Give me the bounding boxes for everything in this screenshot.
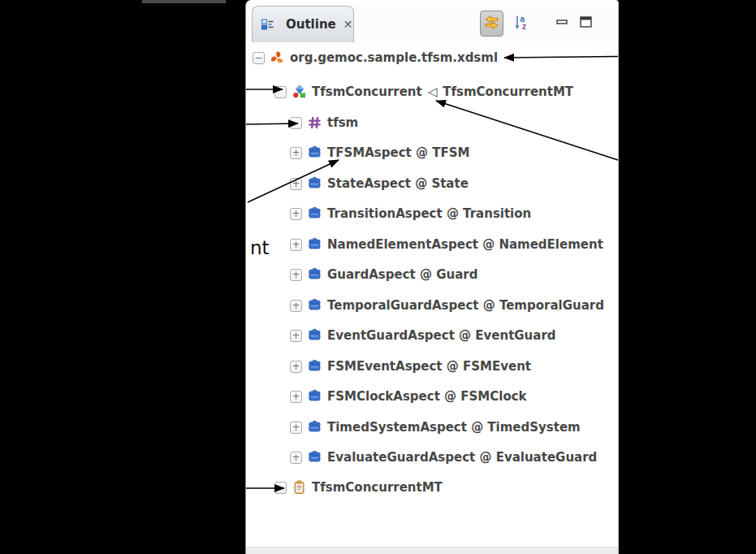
tree-item-label: StateAspect @ State — [327, 176, 469, 191]
aspect-icon — [307, 267, 322, 282]
top-edge-artifact — [142, 0, 226, 3]
aspect-icon — [307, 450, 322, 465]
expander-toggle[interactable]: + — [290, 361, 302, 373]
tree-item-label: NamedElementAspect @ NamedElement — [327, 237, 603, 252]
clipboard-icon — [292, 480, 307, 495]
expander-toggle[interactable]: + — [290, 330, 302, 342]
expander-toggle[interactable]: + — [290, 147, 302, 159]
tree-item-label: TimedSystemAspect @ TimedSystem — [327, 420, 581, 435]
tree-item[interactable]: +TFSMAspect @ TFSM — [290, 141, 469, 165]
expander-toggle[interactable]: + — [290, 269, 302, 281]
tree-item[interactable]: +NamedElementAspect @ NamedElement — [290, 232, 603, 257]
tree-item[interactable]: +EventGuardAspect @ EventGuard — [290, 323, 556, 348]
expander-toggle[interactable]: + — [290, 452, 302, 464]
expander-toggle[interactable] — [290, 117, 302, 129]
expander-toggle[interactable]: + — [290, 178, 302, 190]
tree-item[interactable]: TfsmConcurrentMT — [274, 475, 443, 500]
stage: Outline ✕ az −org.gemoc.sample.tfsm.xdsm… — [0, 0, 756, 554]
tree-item-label: TfsmConcurrent — [312, 84, 422, 99]
tree-item-label: TfsmConcurrentMT — [312, 480, 443, 495]
aspect-icon — [307, 176, 322, 191]
tree-item[interactable]: +FSMEventAspect @ FSMEvent — [290, 354, 531, 379]
expander-toggle[interactable]: + — [290, 208, 302, 220]
tree-item[interactable]: +TimedSystemAspect @ TimedSystem — [290, 415, 581, 439]
tree-item-label: FSMEventAspect @ FSMEvent — [327, 359, 531, 374]
inherit-triangle-symbol: ◁ — [428, 84, 438, 99]
tree-item-label: TFSMAspect @ TFSM — [327, 145, 469, 160]
language-icon — [292, 84, 307, 99]
stray-text: nt — [250, 237, 270, 258]
tree-item[interactable]: −org.gemoc.sample.tfsm.xdsml — [253, 45, 498, 70]
tree-item[interactable]: TfsmConcurrent◁TfsmConcurrentMT — [274, 80, 573, 104]
tree-item[interactable]: +TransitionAspect @ Transition — [290, 201, 531, 226]
tree-item[interactable]: tfsm — [290, 110, 358, 135]
tree-item-label: EventGuardAspect @ EventGuard — [327, 328, 556, 343]
tree-item-label: EvaluateGuardAspect @ EvaluateGuard — [327, 450, 597, 465]
expander-toggle[interactable]: − — [253, 52, 265, 64]
expander-toggle[interactable]: + — [290, 300, 302, 312]
supertype-label: TfsmConcurrentMT — [443, 84, 573, 99]
tree-item-label: TransitionAspect @ Transition — [327, 206, 531, 221]
tree-item-label: org.gemoc.sample.tfsm.xdsml — [290, 50, 498, 65]
expander-toggle[interactable] — [274, 482, 287, 494]
expander-toggle[interactable]: + — [290, 239, 302, 251]
outline-tree: −org.gemoc.sample.tfsm.xdsmlTfsmConcurre… — [246, 0, 618, 548]
expander-toggle[interactable]: + — [290, 422, 302, 434]
panel-bottom-edge — [246, 547, 618, 554]
aspect-icon — [307, 237, 322, 252]
tree-item[interactable]: +GuardAspect @ Guard — [290, 262, 477, 287]
aspect-icon — [307, 328, 322, 343]
tree-item-label: TemporalGuardAspect @ TemporalGuard — [327, 298, 604, 313]
expander-toggle[interactable]: + — [290, 391, 302, 403]
aspect-icon — [307, 206, 322, 221]
aspect-icon — [307, 359, 322, 374]
gemoc-logo-icon — [270, 50, 285, 65]
tree-item[interactable]: +StateAspect @ State — [290, 171, 469, 196]
tree-item[interactable]: +EvaluateGuardAspect @ EvaluateGuard — [290, 445, 597, 470]
tree-item[interactable]: +FSMClockAspect @ FSMClock — [290, 384, 527, 409]
tree-item-label: FSMClockAspect @ FSMClock — [327, 389, 527, 404]
outline-view-panel: Outline ✕ az −org.gemoc.sample.tfsm.xdsm… — [245, 0, 619, 554]
tree-item[interactable]: +TemporalGuardAspect @ TemporalGuard — [290, 293, 604, 318]
expander-toggle[interactable] — [274, 86, 287, 98]
tree-item-label: GuardAspect @ Guard — [327, 267, 477, 282]
aspect-icon — [307, 420, 322, 435]
aspect-icon — [307, 145, 322, 160]
aspect-icon — [307, 389, 322, 404]
tree-item-label: tfsm — [327, 115, 358, 130]
metamodel-icon — [307, 115, 322, 130]
aspect-icon — [307, 298, 322, 313]
